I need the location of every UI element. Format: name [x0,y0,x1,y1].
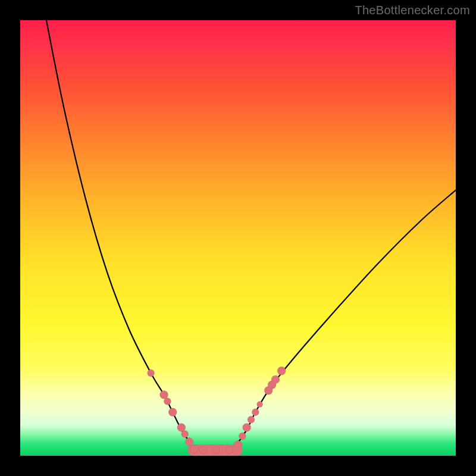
marker-point [212,446,220,453]
bottleneck-chart: TheBottlenecker.com [0,0,476,476]
marker-point [271,375,280,384]
markers-layer [148,367,286,453]
marker-point [164,398,171,405]
marker-point [168,408,177,416]
marker-point [185,438,193,446]
marker-point [226,446,233,453]
marker-point [248,416,255,423]
marker-point [199,446,206,453]
curve-right-branch [238,190,456,443]
marker-point [257,402,263,408]
chart-svg [0,0,476,476]
marker-point [239,433,246,440]
marker-point [190,445,199,453]
marker-point [181,430,189,437]
marker-point [234,441,242,449]
marker-point [277,367,286,375]
marker-point [252,409,259,416]
marker-point [243,423,251,431]
curves-layer [46,20,456,443]
marker-point [148,369,155,377]
curve-left-branch [46,20,190,443]
